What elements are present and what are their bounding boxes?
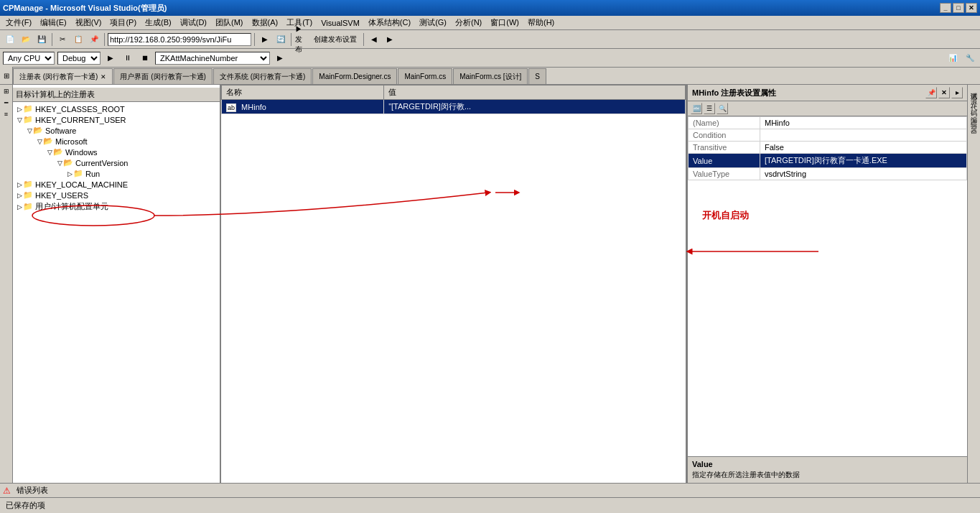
props-cat-btn[interactable]: ☰ bbox=[704, 103, 715, 114]
create-publish-btn[interactable]: 创建发布设置 bbox=[310, 32, 360, 47]
tree-label-software: Software bbox=[45, 126, 76, 135]
props-close-btn[interactable]: ✕ bbox=[938, 87, 950, 98]
solution-selector[interactable]: ZKAttMachineNumber bbox=[155, 52, 270, 65]
value-row-mhinfo[interactable]: ab MHinfo "[TARGETDIR]闵行教... bbox=[222, 100, 686, 114]
tab-mfd-label: MainForm.Designer.cs bbox=[319, 73, 391, 80]
copy-btn[interactable]: 📋 bbox=[71, 32, 85, 47]
solution-go-btn[interactable]: ▶ bbox=[273, 51, 287, 65]
tab-ui[interactable]: 用户界面 (闵行教育一卡通) bbox=[113, 68, 212, 84]
menu-team[interactable]: 团队(M) bbox=[211, 16, 248, 29]
open-btn[interactable]: 📂 bbox=[19, 32, 33, 47]
stop-btn[interactable]: ⏹ bbox=[138, 51, 152, 65]
value-table: 名称 值 ab MHinfo "[TARGETDIR]闵行教... bbox=[221, 85, 686, 114]
cpu-selector[interactable]: Any CPU bbox=[3, 52, 55, 65]
prop-row-transitive[interactable]: Transitive False bbox=[689, 142, 967, 154]
menu-arch[interactable]: 体系结构(C) bbox=[364, 16, 415, 29]
expand-cv-icon[interactable]: ▽ bbox=[56, 160, 63, 167]
expand-uc-icon[interactable]: ▷ bbox=[16, 203, 23, 211]
run-btn[interactable]: ▶ bbox=[103, 51, 118, 65]
right-label-2[interactable]: 源 bbox=[968, 91, 980, 96]
menu-project[interactable]: 项目(P) bbox=[106, 16, 141, 29]
menu-analyze[interactable]: 分析(N) bbox=[451, 16, 486, 29]
menu-help[interactable]: 帮助(H) bbox=[523, 16, 559, 29]
tree-item-hku[interactable]: ▷ 📁 HKEY_USERS bbox=[13, 190, 220, 200]
props-header: MHinfo 注册表设置属性 📌 ✕ ▸ bbox=[688, 85, 967, 101]
props-pin-btn[interactable]: 📌 bbox=[925, 87, 937, 98]
expand-sw-icon[interactable]: ▽ bbox=[26, 127, 33, 134]
tree-item-hklm[interactable]: ▷ 📁 HKEY_LOCAL_MACHINE bbox=[13, 179, 220, 190]
tree-item-user-config[interactable]: ▷ 📁 用户/计算机配置单元 bbox=[13, 200, 220, 213]
menu-file[interactable]: 文件(F) bbox=[1, 16, 36, 29]
menu-view[interactable]: 视图(V) bbox=[71, 16, 106, 29]
prop-row-valuetype[interactable]: ValueType vsdrvtString bbox=[689, 168, 967, 180]
extra1-btn[interactable]: 📊 bbox=[946, 51, 960, 65]
tab-mainform-designer[interactable]: MainForm.Designer.cs bbox=[312, 68, 397, 84]
tree-item-currentversion[interactable]: ▽ 📂 CurrentVersion bbox=[13, 157, 220, 168]
expand-win-icon[interactable]: ▽ bbox=[46, 149, 53, 156]
tree-item-windows[interactable]: ▽ 📂 Windows bbox=[13, 147, 220, 157]
menu-debug[interactable]: 调试(D) bbox=[176, 16, 211, 29]
side-icon-2[interactable]: ━ bbox=[1, 98, 11, 108]
close-button[interactable]: ✕ bbox=[966, 3, 977, 13]
menu-window[interactable]: 窗口(W) bbox=[486, 16, 523, 29]
prop-row-condition[interactable]: Condition bbox=[689, 129, 967, 142]
minimize-button[interactable]: _ bbox=[940, 3, 951, 13]
cut-btn[interactable]: ✂ bbox=[55, 32, 70, 47]
publish-btn[interactable]: ▶ 发布 bbox=[294, 32, 309, 47]
sidebar-toggle-icon[interactable]: ⊞ bbox=[4, 72, 9, 80]
tab-filesystem[interactable]: 文件系统 (闵行教育一卡通) bbox=[213, 68, 312, 84]
save-btn[interactable]: 💾 bbox=[34, 32, 49, 47]
back-btn[interactable]: ◀ bbox=[367, 32, 381, 47]
tab-mainform[interactable]: MainForm.cs bbox=[398, 68, 452, 84]
tab-ui-label: 用户界面 (闵行教育一卡通) bbox=[120, 72, 205, 82]
expand-hklm-icon[interactable]: ▷ bbox=[16, 181, 23, 188]
value-name-text: MHinfo bbox=[241, 103, 266, 111]
tab-s[interactable]: S bbox=[528, 68, 546, 84]
props-search-btn[interactable]: 🔍 bbox=[717, 103, 728, 114]
prop-row-value[interactable]: Value [TARGETDIR]闵行教育一卡通.EXE bbox=[689, 154, 967, 168]
go-btn[interactable]: ▶ bbox=[258, 32, 272, 47]
folder-cv-icon: 📂 bbox=[63, 158, 73, 167]
paste-btn[interactable]: 📌 bbox=[87, 32, 101, 47]
props-sort-btn[interactable]: 🔤 bbox=[691, 103, 702, 114]
tree-item-software[interactable]: ▽ 📂 Software bbox=[13, 125, 220, 136]
expand-hkcr-icon[interactable]: ▷ bbox=[16, 106, 23, 113]
tab-mainform-design[interactable]: MainForm.cs [设计] bbox=[453, 68, 528, 84]
props-expand-btn[interactable]: ▸ bbox=[951, 87, 963, 98]
menu-edit[interactable]: 编辑(E) bbox=[36, 16, 71, 29]
extra2-btn[interactable]: 🔧 bbox=[963, 51, 977, 65]
expand-hkcu-icon[interactable]: ▽ bbox=[16, 116, 23, 124]
expand-hku-icon[interactable]: ▷ bbox=[16, 192, 23, 199]
right-label-6[interactable]: 辑 bbox=[968, 114, 980, 119]
refresh-btn[interactable]: 🔄 bbox=[274, 32, 288, 47]
menu-visualsvm[interactable]: VisualSVM bbox=[317, 17, 364, 29]
pause-btn[interactable]: ⏸ bbox=[121, 51, 135, 65]
tree-item-hkcr[interactable]: ▷ 📁 HKEY_CLASSES_ROOT bbox=[13, 103, 220, 114]
debug-selector[interactable]: Debug bbox=[57, 52, 101, 65]
expand-run-icon[interactable]: ▷ bbox=[66, 170, 73, 177]
maximize-button[interactable]: □ bbox=[953, 3, 964, 13]
prop-row-name[interactable]: (Name) MHinfo bbox=[689, 117, 967, 129]
tree-item-microsoft[interactable]: ▽ 📂 Microsoft bbox=[13, 136, 220, 147]
tree-item-run[interactable]: ▷ 📁 Run bbox=[13, 168, 220, 179]
menu-data[interactable]: 数据(A) bbox=[248, 16, 283, 29]
right-label-7[interactable]: 器 bbox=[968, 119, 980, 125]
tab-registry-close[interactable]: ✕ bbox=[101, 73, 106, 80]
url-input[interactable] bbox=[108, 33, 251, 46]
right-label-3[interactable]: 代 bbox=[968, 96, 980, 102]
side-icon-3[interactable]: ≡ bbox=[1, 109, 11, 119]
right-label-5[interactable]: 编 bbox=[968, 108, 980, 114]
tab-registry[interactable]: 注册表 (闵行教育一卡通) ✕ bbox=[13, 68, 113, 84]
right-label-4[interactable]: 码 bbox=[968, 102, 980, 108]
tree-item-hkcu[interactable]: ▽ 📁 HKEY_CURRENT_USER bbox=[13, 114, 220, 125]
side-icon-1[interactable]: ⊞ bbox=[1, 86, 11, 96]
tree-label-windows: Windows bbox=[65, 148, 98, 157]
menu-test[interactable]: 测试(G) bbox=[415, 16, 451, 29]
expand-ms-icon[interactable]: ▽ bbox=[36, 138, 43, 145]
new-btn[interactable]: 📄 bbox=[3, 32, 17, 47]
fwd-btn[interactable]: ▶ bbox=[383, 32, 397, 47]
right-label-1[interactable]: 测试 bbox=[968, 85, 980, 91]
window-controls[interactable]: _ □ ✕ bbox=[940, 3, 977, 13]
error-label[interactable]: 错误列表 bbox=[17, 485, 48, 496]
menu-build[interactable]: 生成(B) bbox=[141, 16, 176, 29]
